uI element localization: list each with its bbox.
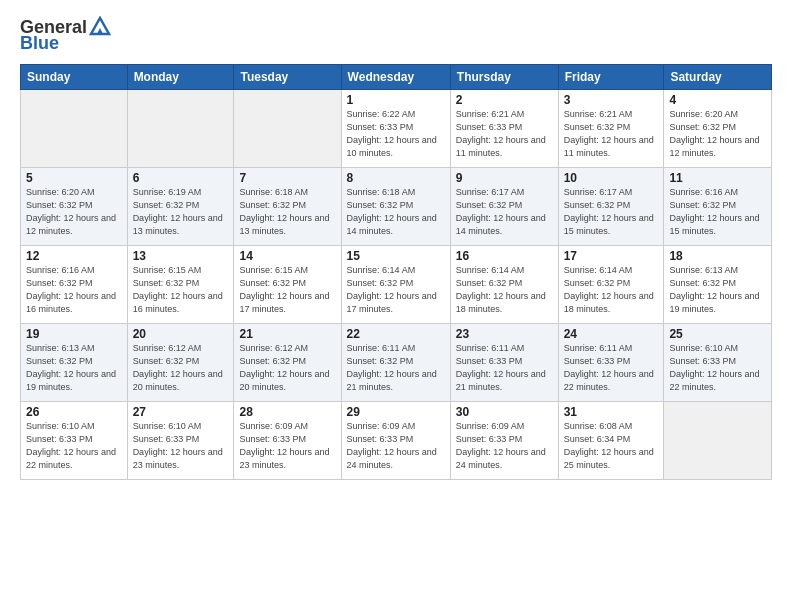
day-info: Sunrise: 6:10 AM Sunset: 6:33 PM Dayligh…: [133, 420, 229, 472]
day-info: Sunrise: 6:17 AM Sunset: 6:32 PM Dayligh…: [456, 186, 553, 238]
calendar-cell: 5Sunrise: 6:20 AM Sunset: 6:32 PM Daylig…: [21, 167, 128, 245]
day-number: 23: [456, 327, 553, 341]
day-info: Sunrise: 6:10 AM Sunset: 6:33 PM Dayligh…: [26, 420, 122, 472]
calendar-cell: 1Sunrise: 6:22 AM Sunset: 6:33 PM Daylig…: [341, 89, 450, 167]
day-number: 26: [26, 405, 122, 419]
svg-marker-1: [97, 28, 103, 34]
day-number: 7: [239, 171, 335, 185]
calendar-cell: 27Sunrise: 6:10 AM Sunset: 6:33 PM Dayli…: [127, 401, 234, 479]
day-number: 16: [456, 249, 553, 263]
calendar-cell: 20Sunrise: 6:12 AM Sunset: 6:32 PM Dayli…: [127, 323, 234, 401]
calendar-cell: [21, 89, 128, 167]
calendar-cell: 9Sunrise: 6:17 AM Sunset: 6:32 PM Daylig…: [450, 167, 558, 245]
day-info: Sunrise: 6:18 AM Sunset: 6:32 PM Dayligh…: [239, 186, 335, 238]
day-info: Sunrise: 6:09 AM Sunset: 6:33 PM Dayligh…: [239, 420, 335, 472]
day-number: 12: [26, 249, 122, 263]
day-number: 14: [239, 249, 335, 263]
calendar-cell: 10Sunrise: 6:17 AM Sunset: 6:32 PM Dayli…: [558, 167, 664, 245]
day-number: 31: [564, 405, 659, 419]
day-number: 19: [26, 327, 122, 341]
calendar-cell: 18Sunrise: 6:13 AM Sunset: 6:32 PM Dayli…: [664, 245, 772, 323]
calendar-cell: 21Sunrise: 6:12 AM Sunset: 6:32 PM Dayli…: [234, 323, 341, 401]
logo-icon: [89, 16, 111, 36]
day-info: Sunrise: 6:17 AM Sunset: 6:32 PM Dayligh…: [564, 186, 659, 238]
calendar-weekday-saturday: Saturday: [664, 64, 772, 89]
calendar-weekday-wednesday: Wednesday: [341, 64, 450, 89]
calendar-week-5: 26Sunrise: 6:10 AM Sunset: 6:33 PM Dayli…: [21, 401, 772, 479]
day-number: 17: [564, 249, 659, 263]
day-info: Sunrise: 6:12 AM Sunset: 6:32 PM Dayligh…: [133, 342, 229, 394]
day-info: Sunrise: 6:14 AM Sunset: 6:32 PM Dayligh…: [347, 264, 445, 316]
day-info: Sunrise: 6:11 AM Sunset: 6:33 PM Dayligh…: [564, 342, 659, 394]
day-info: Sunrise: 6:12 AM Sunset: 6:32 PM Dayligh…: [239, 342, 335, 394]
logo-blue-text: Blue: [20, 34, 59, 54]
day-number: 8: [347, 171, 445, 185]
calendar-cell: 24Sunrise: 6:11 AM Sunset: 6:33 PM Dayli…: [558, 323, 664, 401]
calendar-header-row: SundayMondayTuesdayWednesdayThursdayFrid…: [21, 64, 772, 89]
day-number: 11: [669, 171, 766, 185]
calendar-cell: 15Sunrise: 6:14 AM Sunset: 6:32 PM Dayli…: [341, 245, 450, 323]
calendar-cell: 29Sunrise: 6:09 AM Sunset: 6:33 PM Dayli…: [341, 401, 450, 479]
calendar-cell: 2Sunrise: 6:21 AM Sunset: 6:33 PM Daylig…: [450, 89, 558, 167]
calendar-cell: 19Sunrise: 6:13 AM Sunset: 6:32 PM Dayli…: [21, 323, 128, 401]
day-number: 29: [347, 405, 445, 419]
day-number: 20: [133, 327, 229, 341]
calendar-cell: [234, 89, 341, 167]
calendar-cell: 31Sunrise: 6:08 AM Sunset: 6:34 PM Dayli…: [558, 401, 664, 479]
calendar-weekday-friday: Friday: [558, 64, 664, 89]
day-info: Sunrise: 6:09 AM Sunset: 6:33 PM Dayligh…: [456, 420, 553, 472]
calendar-weekday-thursday: Thursday: [450, 64, 558, 89]
day-info: Sunrise: 6:13 AM Sunset: 6:32 PM Dayligh…: [669, 264, 766, 316]
day-number: 15: [347, 249, 445, 263]
calendar-cell: 25Sunrise: 6:10 AM Sunset: 6:33 PM Dayli…: [664, 323, 772, 401]
calendar-cell: 13Sunrise: 6:15 AM Sunset: 6:32 PM Dayli…: [127, 245, 234, 323]
day-number: 27: [133, 405, 229, 419]
day-info: Sunrise: 6:08 AM Sunset: 6:34 PM Dayligh…: [564, 420, 659, 472]
logo: General Blue: [20, 18, 111, 54]
day-info: Sunrise: 6:09 AM Sunset: 6:33 PM Dayligh…: [347, 420, 445, 472]
calendar-cell: [127, 89, 234, 167]
day-info: Sunrise: 6:16 AM Sunset: 6:32 PM Dayligh…: [26, 264, 122, 316]
day-number: 1: [347, 93, 445, 107]
day-number: 10: [564, 171, 659, 185]
calendar-weekday-tuesday: Tuesday: [234, 64, 341, 89]
day-number: 24: [564, 327, 659, 341]
day-info: Sunrise: 6:11 AM Sunset: 6:33 PM Dayligh…: [456, 342, 553, 394]
day-info: Sunrise: 6:21 AM Sunset: 6:33 PM Dayligh…: [456, 108, 553, 160]
day-info: Sunrise: 6:20 AM Sunset: 6:32 PM Dayligh…: [26, 186, 122, 238]
day-number: 25: [669, 327, 766, 341]
day-info: Sunrise: 6:13 AM Sunset: 6:32 PM Dayligh…: [26, 342, 122, 394]
calendar-cell: 6Sunrise: 6:19 AM Sunset: 6:32 PM Daylig…: [127, 167, 234, 245]
calendar-cell: 17Sunrise: 6:14 AM Sunset: 6:32 PM Dayli…: [558, 245, 664, 323]
calendar-week-4: 19Sunrise: 6:13 AM Sunset: 6:32 PM Dayli…: [21, 323, 772, 401]
day-number: 21: [239, 327, 335, 341]
day-number: 22: [347, 327, 445, 341]
day-info: Sunrise: 6:11 AM Sunset: 6:32 PM Dayligh…: [347, 342, 445, 394]
day-number: 28: [239, 405, 335, 419]
calendar-cell: 30Sunrise: 6:09 AM Sunset: 6:33 PM Dayli…: [450, 401, 558, 479]
calendar-table: SundayMondayTuesdayWednesdayThursdayFrid…: [20, 64, 772, 480]
calendar-cell: 7Sunrise: 6:18 AM Sunset: 6:32 PM Daylig…: [234, 167, 341, 245]
day-info: Sunrise: 6:15 AM Sunset: 6:32 PM Dayligh…: [133, 264, 229, 316]
day-number: 2: [456, 93, 553, 107]
calendar-weekday-monday: Monday: [127, 64, 234, 89]
calendar-cell: 4Sunrise: 6:20 AM Sunset: 6:32 PM Daylig…: [664, 89, 772, 167]
calendar-cell: [664, 401, 772, 479]
day-number: 4: [669, 93, 766, 107]
day-number: 18: [669, 249, 766, 263]
calendar-cell: 16Sunrise: 6:14 AM Sunset: 6:32 PM Dayli…: [450, 245, 558, 323]
day-info: Sunrise: 6:14 AM Sunset: 6:32 PM Dayligh…: [456, 264, 553, 316]
calendar-cell: 3Sunrise: 6:21 AM Sunset: 6:32 PM Daylig…: [558, 89, 664, 167]
day-info: Sunrise: 6:18 AM Sunset: 6:32 PM Dayligh…: [347, 186, 445, 238]
calendar-cell: 23Sunrise: 6:11 AM Sunset: 6:33 PM Dayli…: [450, 323, 558, 401]
day-info: Sunrise: 6:21 AM Sunset: 6:32 PM Dayligh…: [564, 108, 659, 160]
day-number: 13: [133, 249, 229, 263]
day-number: 5: [26, 171, 122, 185]
day-info: Sunrise: 6:16 AM Sunset: 6:32 PM Dayligh…: [669, 186, 766, 238]
day-info: Sunrise: 6:10 AM Sunset: 6:33 PM Dayligh…: [669, 342, 766, 394]
day-number: 6: [133, 171, 229, 185]
day-info: Sunrise: 6:22 AM Sunset: 6:33 PM Dayligh…: [347, 108, 445, 160]
calendar-cell: 12Sunrise: 6:16 AM Sunset: 6:32 PM Dayli…: [21, 245, 128, 323]
day-info: Sunrise: 6:15 AM Sunset: 6:32 PM Dayligh…: [239, 264, 335, 316]
day-number: 9: [456, 171, 553, 185]
